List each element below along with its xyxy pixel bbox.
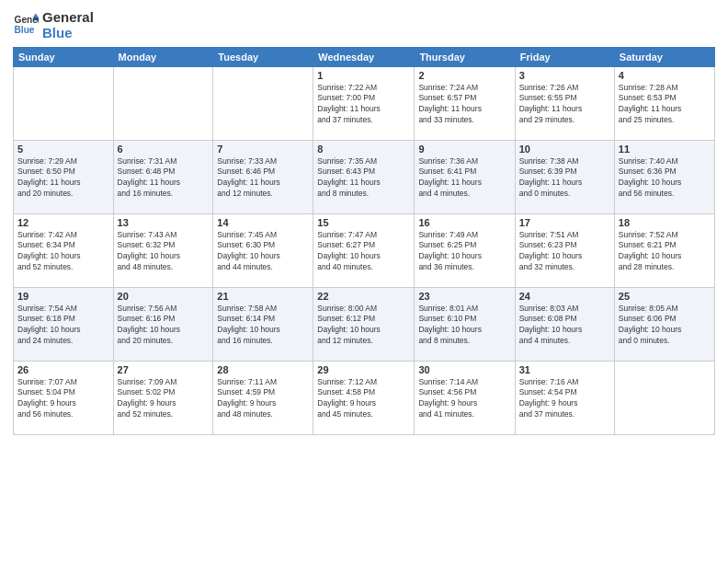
day-info: Sunrise: 8:00 AMSunset: 6:12 PMDaylight:… xyxy=(317,304,410,348)
day-number: 14 xyxy=(217,217,309,228)
day-info-line: and 40 minutes. xyxy=(317,262,372,271)
day-info-line: Sunset: 7:00 PM xyxy=(317,93,375,102)
calendar-cell-2-1: 13Sunrise: 7:43 AMSunset: 6:32 PMDayligh… xyxy=(113,213,213,287)
day-info-line: Daylight: 11 hours xyxy=(418,178,482,187)
day-info-line: and 45 minutes. xyxy=(317,409,372,419)
day-info-line: Daylight: 9 hours xyxy=(418,398,477,408)
day-info-line: and 0 minutes. xyxy=(619,336,670,345)
day-info-line: Sunrise: 7:58 AM xyxy=(217,304,277,313)
day-info: Sunrise: 8:01 AMSunset: 6:10 PMDaylight:… xyxy=(418,304,510,348)
day-info-line: and 33 minutes. xyxy=(418,115,473,124)
calendar-cell-0-2 xyxy=(213,66,313,140)
day-info-line: Sunset: 6:57 PM xyxy=(418,93,476,102)
day-info: Sunrise: 7:29 AMSunset: 6:50 PMDaylight:… xyxy=(17,156,109,201)
day-info-line: Daylight: 10 hours xyxy=(118,325,181,334)
day-number: 22 xyxy=(317,291,410,302)
day-info-line: Sunrise: 7:11 AM xyxy=(217,377,277,386)
day-info-line: Sunrise: 7:54 AM xyxy=(17,304,77,313)
day-info: Sunrise: 7:38 AMSunset: 6:39 PMDaylight:… xyxy=(519,156,610,201)
day-info: Sunrise: 7:28 AMSunset: 6:53 PMDaylight:… xyxy=(619,83,711,127)
calendar-cell-0-4: 2Sunrise: 7:24 AMSunset: 6:57 PMDaylight… xyxy=(415,66,515,140)
day-info-line: Daylight: 11 hours xyxy=(418,104,482,113)
day-info-line: and 56 minutes. xyxy=(17,409,73,419)
day-info-line: and 32 minutes. xyxy=(519,262,574,271)
day-info-line: Sunset: 6:10 PM xyxy=(418,314,476,323)
calendar-cell-0-5: 3Sunrise: 7:26 AMSunset: 6:55 PMDaylight… xyxy=(515,66,614,140)
day-info: Sunrise: 7:51 AMSunset: 6:23 PMDaylight:… xyxy=(519,230,610,274)
day-info-line: Sunrise: 7:47 AM xyxy=(317,230,377,239)
day-info-line: Sunrise: 7:56 AM xyxy=(118,304,177,313)
day-number: 2 xyxy=(418,70,510,81)
day-info-line: Sunset: 4:58 PM xyxy=(317,387,375,396)
calendar-cell-4-5: 31Sunrise: 7:16 AMSunset: 4:54 PMDayligh… xyxy=(515,361,614,434)
calendar-cell-4-6 xyxy=(614,361,714,434)
day-info-line: Sunset: 6:16 PM xyxy=(118,314,176,323)
day-info-line: Daylight: 10 hours xyxy=(619,251,682,260)
day-info-line: Sunrise: 7:33 AM xyxy=(217,156,277,166)
day-info-line: Sunrise: 7:36 AM xyxy=(418,156,478,166)
day-info: Sunrise: 7:11 AMSunset: 4:59 PMDaylight:… xyxy=(217,377,309,421)
day-info: Sunrise: 7:14 AMSunset: 4:56 PMDaylight:… xyxy=(418,377,510,421)
day-number: 10 xyxy=(519,144,610,155)
calendar-table: SundayMondayTuesdayWednesdayThursdayFrid… xyxy=(13,47,715,435)
day-info-line: Sunset: 6:06 PM xyxy=(619,314,677,323)
day-info-line: Sunset: 6:48 PM xyxy=(118,167,176,176)
day-info-line: Daylight: 11 hours xyxy=(17,178,81,187)
day-info-line: and 8 minutes. xyxy=(317,189,369,198)
day-info: Sunrise: 7:35 AMSunset: 6:43 PMDaylight:… xyxy=(317,156,410,201)
calendar-week-4: 26Sunrise: 7:07 AMSunset: 5:04 PMDayligh… xyxy=(14,361,715,434)
calendar-cell-4-2: 28Sunrise: 7:11 AMSunset: 4:59 PMDayligh… xyxy=(213,361,313,434)
day-info-line: Daylight: 9 hours xyxy=(217,398,276,408)
day-info: Sunrise: 7:24 AMSunset: 6:57 PMDaylight:… xyxy=(418,83,510,127)
day-info-line: Daylight: 10 hours xyxy=(317,325,381,334)
calendar-cell-4-1: 27Sunrise: 7:09 AMSunset: 5:02 PMDayligh… xyxy=(113,361,213,434)
day-number: 7 xyxy=(217,144,309,155)
day-info-line: Daylight: 10 hours xyxy=(619,178,682,187)
day-info-line: and 29 minutes. xyxy=(519,115,574,124)
calendar-header-sunday: Sunday xyxy=(14,47,114,66)
day-info-line: Daylight: 11 hours xyxy=(519,178,583,187)
day-info-line: Sunrise: 7:28 AM xyxy=(619,83,678,92)
day-info: Sunrise: 7:09 AMSunset: 5:02 PMDaylight:… xyxy=(118,377,210,421)
day-number: 3 xyxy=(519,70,610,81)
page: General Blue General Blue SundayMondayTu… xyxy=(0,0,728,563)
logo-icon: General Blue xyxy=(13,12,39,38)
day-number: 28 xyxy=(217,364,309,375)
day-info-line: Daylight: 10 hours xyxy=(519,325,583,334)
day-info-line: Daylight: 10 hours xyxy=(418,325,482,334)
calendar-cell-3-3: 22Sunrise: 8:00 AMSunset: 6:12 PMDayligh… xyxy=(313,287,415,361)
calendar-cell-2-4: 16Sunrise: 7:49 AMSunset: 6:25 PMDayligh… xyxy=(415,213,515,287)
day-info-line: Daylight: 9 hours xyxy=(118,398,176,408)
calendar-header-thursday: Thursday xyxy=(415,47,515,66)
day-info-line: Daylight: 11 hours xyxy=(118,178,181,187)
day-info-line: Sunrise: 8:05 AM xyxy=(619,304,678,313)
calendar-cell-1-3: 8Sunrise: 7:35 AMSunset: 6:43 PMDaylight… xyxy=(313,140,415,213)
day-number: 6 xyxy=(118,144,210,155)
day-info-line: Daylight: 9 hours xyxy=(17,398,76,408)
day-info-line: and 52 minutes. xyxy=(118,409,173,419)
day-info: Sunrise: 7:16 AMSunset: 4:54 PMDaylight:… xyxy=(519,377,610,421)
day-number: 4 xyxy=(619,70,711,81)
day-info-line: and 37 minutes. xyxy=(317,115,372,124)
calendar-cell-0-3: 1Sunrise: 7:22 AMSunset: 7:00 PMDaylight… xyxy=(313,66,415,140)
day-info: Sunrise: 7:07 AMSunset: 5:04 PMDaylight:… xyxy=(17,377,109,421)
day-info-line: and 41 minutes. xyxy=(418,409,473,419)
calendar-cell-2-2: 14Sunrise: 7:45 AMSunset: 6:30 PMDayligh… xyxy=(213,213,313,287)
day-info-line: Sunset: 6:50 PM xyxy=(17,167,75,176)
calendar-header-saturday: Saturday xyxy=(614,47,714,66)
calendar-cell-2-0: 12Sunrise: 7:42 AMSunset: 6:34 PMDayligh… xyxy=(14,213,114,287)
calendar-week-0: 1Sunrise: 7:22 AMSunset: 7:00 PMDaylight… xyxy=(14,66,715,140)
calendar-cell-3-4: 23Sunrise: 8:01 AMSunset: 6:10 PMDayligh… xyxy=(415,287,515,361)
calendar-cell-1-1: 6Sunrise: 7:31 AMSunset: 6:48 PMDaylight… xyxy=(113,140,213,213)
day-info-line: Daylight: 11 hours xyxy=(317,104,381,113)
calendar-cell-3-6: 25Sunrise: 8:05 AMSunset: 6:06 PMDayligh… xyxy=(614,287,714,361)
day-info-line: Daylight: 10 hours xyxy=(418,251,482,260)
day-info-line: and 16 minutes. xyxy=(217,336,272,345)
day-info: Sunrise: 7:31 AMSunset: 6:48 PMDaylight:… xyxy=(118,156,210,201)
day-info-line: Sunrise: 8:03 AM xyxy=(519,304,579,313)
day-info-line: Daylight: 10 hours xyxy=(217,325,280,334)
day-info-line: Sunrise: 7:16 AM xyxy=(519,377,579,386)
calendar-week-3: 19Sunrise: 7:54 AMSunset: 6:18 PMDayligh… xyxy=(14,287,715,361)
day-info-line: Daylight: 10 hours xyxy=(619,325,682,334)
day-info: Sunrise: 7:33 AMSunset: 6:46 PMDaylight:… xyxy=(217,156,309,201)
